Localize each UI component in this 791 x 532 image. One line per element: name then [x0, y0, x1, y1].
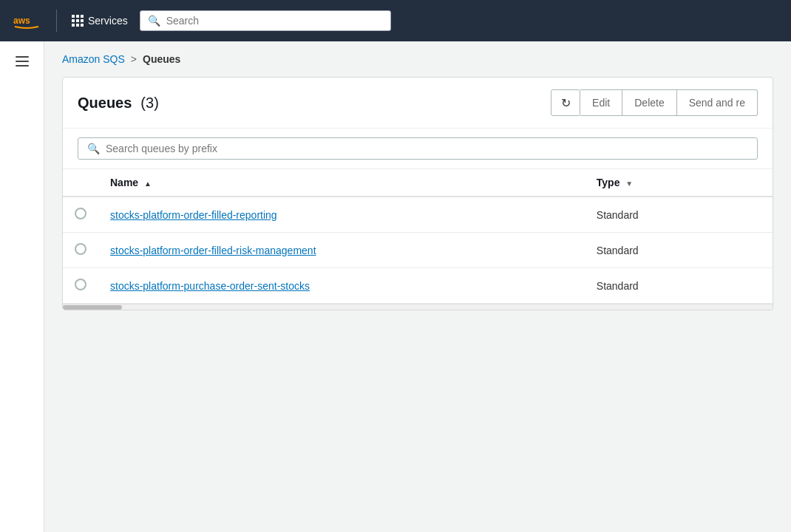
hamburger-icon	[16, 65, 29, 66]
breadcrumb-separator: >	[131, 53, 137, 65]
delete-button[interactable]: Delete	[622, 89, 676, 116]
horizontal-scrollbar[interactable]	[63, 304, 773, 310]
search-icon: 🔍	[87, 143, 100, 154]
queue-search-input[interactable]	[106, 143, 748, 154]
queue-type-cell: Standard	[585, 197, 773, 233]
queues-card: Queues (3) ↻ Edit Delete Send and re 🔍	[62, 77, 773, 310]
edit-button[interactable]: Edit	[580, 89, 622, 116]
global-search-bar[interactable]: 🔍	[140, 10, 391, 31]
queue-name-cell: stocks-platform-order-filled-reporting	[98, 197, 585, 233]
queues-table: Name ▲ Type ▼ stocks-platform-ord	[63, 169, 773, 304]
main-content: Amazon SQS > Queues Queues (3) ↻ Edit De…	[44, 41, 791, 532]
scroll-thumb[interactable]	[63, 305, 122, 310]
card-title: Queues	[78, 95, 132, 112]
row-select-cell[interactable]	[63, 233, 98, 268]
services-label: Services	[88, 15, 128, 27]
row-select-cell[interactable]	[63, 197, 98, 233]
queue-name-link[interactable]: stocks-platform-purchase-order-sent-stoc…	[110, 280, 310, 292]
aws-logo[interactable]: aws	[12, 10, 41, 31]
breadcrumb: Amazon SQS > Queues	[44, 53, 791, 77]
queues-table-container: Name ▲ Type ▼ stocks-platform-ord	[63, 169, 773, 304]
svg-text:aws: aws	[13, 16, 30, 26]
hamburger-button[interactable]	[10, 50, 35, 72]
hamburger-icon	[16, 56, 29, 58]
queue-count: (3)	[140, 95, 158, 112]
queue-search-bar[interactable]: 🔍	[78, 137, 758, 160]
hamburger-icon	[16, 61, 29, 62]
radio-button[interactable]	[75, 279, 86, 290]
search-icon: 🔍	[148, 15, 160, 27]
action-buttons: ↻ Edit Delete Send and re	[551, 89, 758, 116]
top-navigation: aws Services 🔍	[0, 0, 791, 41]
queue-type-cell: Standard	[585, 233, 773, 268]
table-header-row: Name ▲ Type ▼	[63, 169, 773, 197]
sidebar	[0, 41, 44, 532]
queue-search-row: 🔍	[63, 129, 773, 169]
radio-button[interactable]	[75, 208, 86, 219]
select-column-header	[63, 169, 98, 197]
refresh-button[interactable]: ↻	[551, 89, 580, 116]
radio-button[interactable]	[75, 243, 86, 255]
row-select-cell[interactable]	[63, 268, 98, 304]
queue-type-cell: Standard	[585, 268, 773, 304]
queue-name-cell: stocks-platform-purchase-order-sent-stoc…	[98, 268, 585, 304]
table-row: stocks-platform-order-filled-reporting S…	[63, 197, 773, 233]
type-column-header[interactable]: Type ▼	[585, 169, 773, 197]
breadcrumb-current: Queues	[143, 53, 180, 65]
table-row: stocks-platform-purchase-order-sent-stoc…	[63, 268, 773, 304]
grid-icon	[72, 15, 84, 27]
name-column-header[interactable]: Name ▲	[98, 169, 585, 197]
queue-name-link[interactable]: stocks-platform-order-filled-risk-manage…	[110, 245, 316, 256]
table-row: stocks-platform-order-filled-risk-manage…	[63, 233, 773, 268]
send-button[interactable]: Send and re	[677, 89, 758, 116]
queue-name-link[interactable]: stocks-platform-order-filled-reporting	[110, 209, 277, 221]
card-header: Queues (3) ↻ Edit Delete Send and re	[63, 78, 773, 129]
queue-name-cell: stocks-platform-order-filled-risk-manage…	[98, 233, 585, 268]
search-input[interactable]	[166, 15, 383, 27]
type-sort-icon[interactable]: ▼	[625, 180, 633, 188]
name-sort-icon[interactable]: ▲	[144, 180, 152, 188]
breadcrumb-parent-link[interactable]: Amazon SQS	[62, 53, 125, 65]
services-button[interactable]: Services	[66, 12, 134, 30]
nav-divider	[56, 10, 57, 32]
